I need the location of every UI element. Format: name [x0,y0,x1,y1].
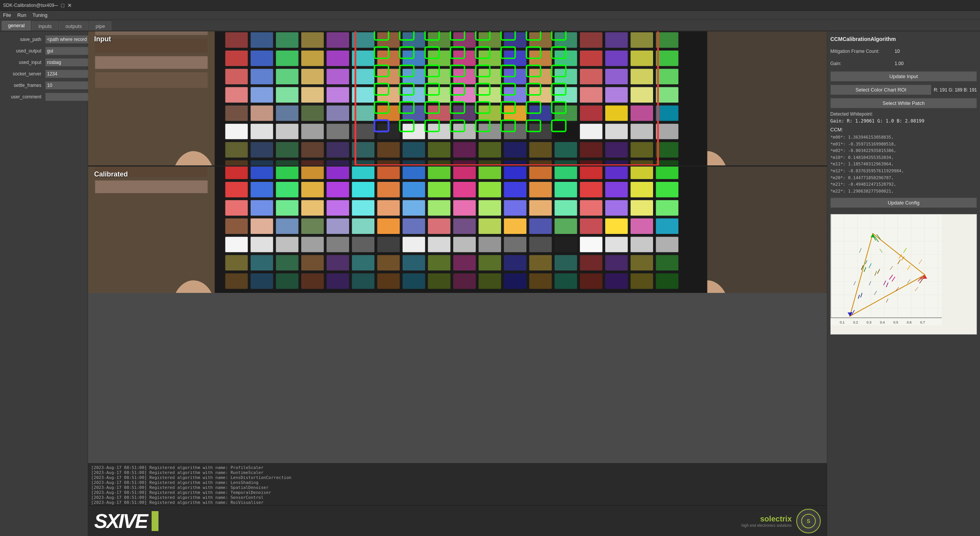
svg-rect-339 [529,237,552,252]
svg-rect-268 [555,167,577,179]
svg-text:0.7: 0.7 [920,320,925,324]
svg-rect-266 [504,167,526,179]
svg-rect-358 [555,255,577,270]
svg-rect-362 [656,255,678,270]
update-config-button[interactable]: Update Config [830,198,977,208]
svg-rect-119 [605,105,628,121]
menu-tuning[interactable]: Tuning [33,12,47,18]
svg-rect-323 [580,219,603,234]
param-user-comment: user_comment [2,92,86,102]
svg-rect-261 [377,167,400,179]
svg-rect-350 [352,255,374,270]
svg-rect-159 [251,160,273,165]
tab-pipe[interactable]: pipe [89,21,112,31]
solectrix-icon: S [801,513,816,529]
svg-rect-150 [479,142,501,157]
svg-rect-118 [580,105,603,121]
svg-rect-377 [580,273,603,289]
svg-rect-33 [251,32,273,47]
svg-rect-318 [453,219,476,234]
svg-rect-374 [504,273,526,289]
svg-rect-349 [327,255,349,270]
svg-rect-70 [276,69,299,84]
svg-rect-293 [276,200,299,216]
center-content: Input [88,31,827,536]
svg-rect-319 [479,219,501,234]
svg-rect-335 [428,237,451,252]
svg-rect-64 [580,51,603,66]
tab-inputs[interactable]: inputs [32,21,58,31]
svg-rect-373 [479,273,501,289]
log-line: [2023-Aug-17 08:51:00] Registered algori… [91,490,824,495]
svg-rect-143 [301,142,324,157]
svg-rect-315 [377,219,400,234]
svg-rect-369 [377,273,400,289]
svg-rect-104 [225,105,248,121]
solectrix-name: solectrix [742,515,792,523]
svg-rect-317 [428,219,451,234]
svg-rect-175 [656,160,678,165]
svg-rect-379 [630,273,653,289]
svg-rect-343 [630,237,653,252]
detected-wp-label: Detected Whitepoint: [830,111,977,117]
svg-rect-304 [555,200,577,216]
svg-rect-360 [605,255,628,270]
log-line: [2023-Aug-17 08:51:00] Registered algori… [91,495,824,500]
svg-text:0.2: 0.2 [853,320,858,324]
svg-rect-137 [605,124,628,139]
tab-outputs[interactable]: outputs [59,21,88,31]
svg-rect-162 [327,160,349,165]
menu-run[interactable]: Run [17,12,26,18]
svg-rect-101 [605,87,628,103]
gain-r-label: Gain: R: 1.29061 G: 1.0 B: 2.08199 [830,118,924,124]
svg-rect-89 [301,87,324,103]
minimize-button[interactable]: ─ [54,2,58,8]
close-button[interactable]: ✕ [67,2,72,8]
solectrix-tagline: high end electronics solutions [742,523,792,528]
svg-rect-291 [225,200,248,216]
menu-file[interactable]: File [3,12,11,18]
svg-rect-69 [251,69,273,84]
svg-rect-256 [251,167,273,179]
param-save-path: save_path [2,34,86,44]
svg-rect-82 [580,69,603,84]
param-save-path-label: save_path [2,37,44,42]
window-controls[interactable]: ─ □ ✕ [54,2,72,8]
param-used-input: used_input [2,57,86,67]
svg-rect-295 [327,200,349,216]
log-line: [2023-Aug-17 08:51:00] Registered algori… [91,485,824,490]
svg-rect-154 [580,142,603,157]
svg-rect-264 [453,167,476,179]
svg-rect-367 [327,273,349,289]
svg-rect-280 [403,182,425,197]
sxive-logo: SXIVE [94,511,158,531]
svg-rect-342 [605,237,628,252]
svg-rect-4 [95,31,207,35]
svg-rect-161 [301,160,324,165]
svg-rect-277 [327,182,349,197]
log-line: [2023-Aug-17 08:51:00] Registered algori… [91,470,824,475]
svg-rect-314 [352,219,374,234]
main-area: save_path used_output used_input socket_… [0,31,980,536]
update-input-button[interactable]: Update Input [830,71,977,82]
tab-general[interactable]: general [2,21,31,31]
menubar: File Run Tuning [0,11,980,20]
log-line: [2023-Aug-17 08:51:00] Registered algori… [91,480,824,485]
svg-rect-383 [831,214,942,325]
svg-rect-334 [403,237,425,252]
restore-button[interactable]: □ [61,2,64,8]
svg-rect-258 [301,167,324,179]
titlebar-title: SDK-Calibration@tsx409 [3,3,54,8]
svg-rect-53 [301,51,324,66]
svg-rect-340 [555,237,577,252]
svg-text:0.6: 0.6 [907,320,912,324]
bottom-bar: SXIVE solectrix high end electronics sol… [88,505,827,536]
svg-rect-100 [580,87,603,103]
select-white-patch-button[interactable]: Select White Patch [830,98,977,108]
svg-rect-141 [251,142,273,157]
svg-rect-359 [580,255,603,270]
select-color-chart-roi-button[interactable]: Select Color Chart ROI [830,85,931,95]
detected-whitepoint-section: Detected Whitepoint: Gain: R: 1.29061 G:… [830,111,977,124]
svg-rect-378 [605,273,628,289]
svg-rect-322 [555,219,577,234]
